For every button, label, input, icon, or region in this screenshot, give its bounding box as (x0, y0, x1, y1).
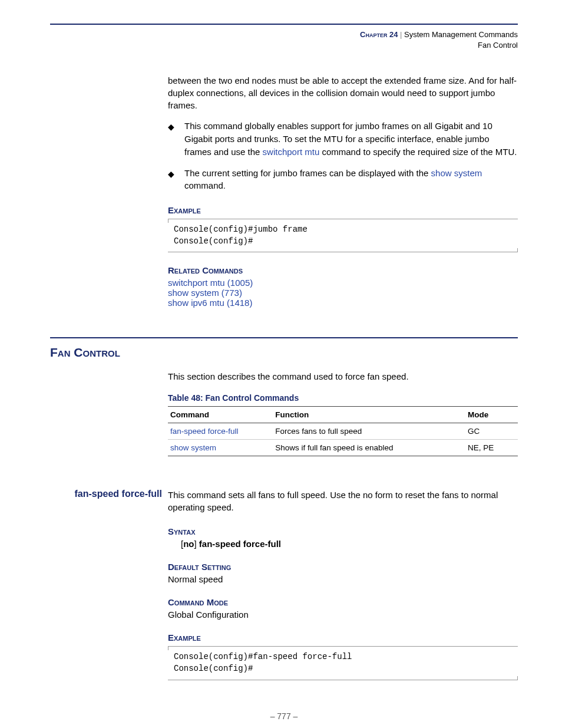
syntax-cmd: fan-speed force-full (199, 539, 281, 549)
page-number: – 777 – (50, 711, 518, 721)
section-title: Fan Control (50, 345, 518, 360)
header-separator: | (398, 30, 404, 39)
page-header: Chapter 24 | System Management Commands … (50, 29, 518, 51)
bullet-text: command. (184, 180, 226, 190)
bullet-item: This command globally enables support fo… (168, 120, 518, 158)
link-related-show-ipv6-mtu[interactable]: show ipv6 mtu (1418) (168, 298, 518, 308)
table-mode: NE, PE (465, 440, 518, 456)
table-caption: Table 48: Fan Control Commands (168, 393, 518, 403)
table-row: fan-speed force-full Forces fans to full… (168, 423, 518, 440)
related-commands-heading: Related Commands (168, 265, 518, 275)
table-header-mode: Mode (465, 407, 518, 423)
section-intro: This section describes the command used … (168, 370, 518, 383)
link-switchport-mtu[interactable]: switchport mtu (263, 147, 320, 157)
command-description: This command sets all fans to full speed… (168, 489, 518, 513)
link-show-system[interactable]: show system (431, 168, 482, 178)
code-block: Console(config)#fan-speed force-full Con… (168, 646, 518, 680)
table-func: Forces fans to full speed (273, 423, 465, 440)
example-code-2: Console(config)#fan-speed force-full Con… (174, 651, 512, 674)
example-heading-2: Example (168, 633, 518, 643)
table-header-function: Function (273, 407, 465, 423)
chapter-label: Chapter 24 (360, 30, 398, 39)
chapter-title: System Management Commands (404, 30, 518, 39)
table-row: show system Shows if full fan speed is e… (168, 440, 518, 456)
default-setting-value: Normal speed (168, 574, 518, 584)
syntax-line: [no] fan-speed force-full (181, 539, 518, 549)
command-mode-heading: Command Mode (168, 597, 518, 607)
table-func: Shows if full fan speed is enabled (273, 440, 465, 456)
command-name-label: fan-speed force-full (50, 489, 168, 499)
default-setting-heading: Default Setting (168, 562, 518, 572)
table-cmd-link[interactable]: show system (168, 440, 273, 456)
link-related-switchport-mtu[interactable]: switchport mtu (1005) (168, 278, 518, 288)
bullet-text: command to specify the required size of … (319, 147, 517, 157)
command-mode-value: Global Configuration (168, 610, 518, 620)
syntax-no: no (183, 539, 194, 549)
example-heading: Example (168, 205, 518, 215)
bullet-text: The current setting for jumbo frames can… (184, 168, 431, 178)
example-code: Console(config)#jumbo frame Console(conf… (174, 224, 512, 247)
code-block: Console(config)#jumbo frame Console(conf… (168, 219, 518, 252)
fan-control-table: Command Function Mode fan-speed force-fu… (168, 406, 518, 456)
syntax-heading: Syntax (168, 526, 518, 536)
header-subtitle: Fan Control (50, 40, 518, 51)
intro-paragraph: between the two end nodes must be able t… (168, 74, 518, 111)
table-header-command: Command (168, 407, 273, 423)
table-mode: GC (465, 423, 518, 440)
link-related-show-system[interactable]: show system (773) (168, 288, 518, 298)
bullet-item: The current setting for jumbo frames can… (168, 167, 518, 193)
table-cmd-link[interactable]: fan-speed force-full (168, 423, 273, 440)
